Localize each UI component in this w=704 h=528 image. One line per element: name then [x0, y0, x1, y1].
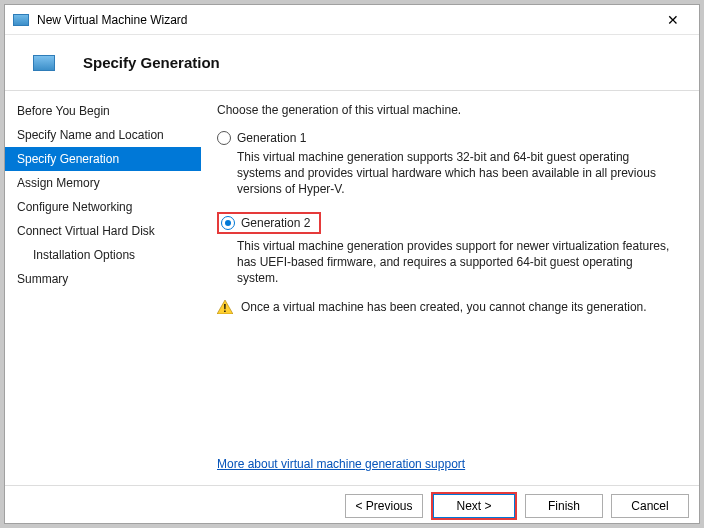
svg-text:!: !: [223, 303, 226, 314]
more-info-link[interactable]: More about virtual machine generation su…: [217, 441, 675, 477]
wizard-header: Specify Generation: [5, 35, 699, 91]
wizard-body: Before You Begin Specify Name and Locati…: [5, 91, 699, 485]
sidebar-item-before-you-begin[interactable]: Before You Begin: [5, 99, 201, 123]
app-icon: [13, 14, 29, 26]
sidebar-item-assign-memory[interactable]: Assign Memory: [5, 171, 201, 195]
cancel-button[interactable]: Cancel: [611, 494, 689, 518]
warning-text: Once a virtual machine has been created,…: [241, 300, 647, 314]
window-title: New Virtual Machine Wizard: [37, 13, 655, 27]
page-title: Specify Generation: [83, 54, 220, 71]
sidebar-item-connect-vhd[interactable]: Connect Virtual Hard Disk: [5, 219, 201, 243]
sidebar-item-installation-options[interactable]: Installation Options: [5, 243, 201, 267]
sidebar: Before You Begin Specify Name and Locati…: [5, 91, 201, 485]
radio-generation-2[interactable]: Generation 2: [217, 212, 321, 234]
content-pane: Choose the generation of this virtual ma…: [201, 91, 699, 485]
previous-button[interactable]: < Previous: [345, 494, 423, 518]
warning-row: ! Once a virtual machine has been create…: [217, 300, 675, 314]
next-button[interactable]: Next >: [431, 492, 517, 520]
radio-dot: [225, 220, 231, 226]
monitor-icon: [33, 55, 55, 71]
gen1-description: This virtual machine generation supports…: [237, 149, 675, 198]
sidebar-item-configure-networking[interactable]: Configure Networking: [5, 195, 201, 219]
titlebar: New Virtual Machine Wizard ✕: [5, 5, 699, 35]
radio-label-gen1: Generation 1: [237, 131, 306, 145]
sidebar-item-summary[interactable]: Summary: [5, 267, 201, 291]
footer: < Previous Next > Finish Cancel: [5, 485, 699, 525]
radio-label-gen2: Generation 2: [241, 216, 310, 230]
gen2-description: This virtual machine generation provides…: [237, 238, 675, 287]
radio-icon: [217, 131, 231, 145]
close-button[interactable]: ✕: [655, 12, 691, 28]
radio-generation-1[interactable]: Generation 1: [217, 131, 675, 145]
sidebar-item-specify-name[interactable]: Specify Name and Location: [5, 123, 201, 147]
wizard-window: New Virtual Machine Wizard ✕ Specify Gen…: [4, 4, 700, 524]
sidebar-item-specify-generation[interactable]: Specify Generation: [5, 147, 201, 171]
warning-icon: !: [217, 300, 233, 314]
intro-text: Choose the generation of this virtual ma…: [217, 103, 675, 117]
radio-icon-selected: [221, 216, 235, 230]
next-button-label: Next >: [433, 494, 515, 518]
finish-button[interactable]: Finish: [525, 494, 603, 518]
